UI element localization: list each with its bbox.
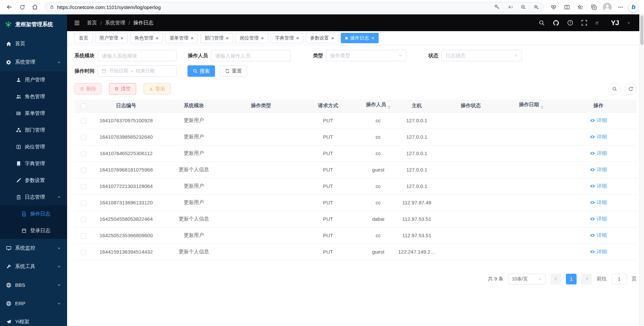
detail-link[interactable]: 详细 — [590, 232, 607, 239]
detail-link[interactable]: 详细 — [590, 167, 607, 173]
sidebar-item-tools[interactable]: 系统工具 — [0, 257, 67, 276]
help-icon[interactable]: ? — [567, 20, 573, 26]
tab-close-icon[interactable]: × — [226, 36, 229, 41]
tab[interactable]: 字典管理 × — [271, 33, 304, 43]
tab[interactable]: 用户管理 × — [95, 33, 128, 43]
sidebar-item-dictionary[interactable]: 字典管理 — [0, 155, 67, 172]
goto-page-input[interactable] — [611, 274, 627, 284]
tab[interactable]: 参数设置 × — [306, 33, 339, 43]
page-size-select[interactable]: 10条/页 — [508, 274, 546, 284]
type-select[interactable]: 操作类型 — [326, 50, 407, 61]
row-checkbox[interactable] — [81, 217, 86, 222]
fullscreen-icon[interactable] — [581, 20, 587, 26]
browser-home-button[interactable] — [29, 1, 41, 13]
select-all-checkbox[interactable] — [81, 104, 86, 109]
sidebar-item-log-management[interactable]: 日志管理 — [0, 189, 67, 205]
tab[interactable]: 部门管理 × — [200, 33, 233, 43]
header-search-icon[interactable] — [539, 20, 545, 26]
tab-close-icon[interactable]: × — [120, 36, 123, 41]
address-bar[interactable]: https://ccnetcore.com:1101/system/log/op… — [45, 2, 544, 12]
page-number-current[interactable]: 1 — [566, 274, 577, 284]
chevron-down-icon[interactable] — [627, 21, 631, 25]
sort-carets-icon[interactable] — [541, 104, 543, 110]
col-operator-sortable[interactable]: 操作人员 — [362, 100, 394, 112]
sidebar-item-menus[interactable]: 菜单管理 — [0, 105, 67, 122]
collapse-menu-button[interactable] — [74, 20, 80, 26]
sidebar-item-parameters[interactable]: 参数设置 — [0, 172, 67, 189]
row-checkbox[interactable] — [81, 168, 86, 173]
tab-close-icon[interactable]: × — [191, 36, 194, 41]
browser-back-button[interactable] — [3, 1, 15, 13]
detail-link[interactable]: 详细 — [590, 216, 607, 222]
sidebar-item-home[interactable]: 首页 — [0, 35, 67, 53]
sidebar-item-erp[interactable]: ERP — [0, 294, 67, 313]
browser-refresh-button[interactable] — [16, 1, 28, 13]
module-input[interactable] — [98, 50, 176, 61]
detail-link[interactable]: 详细 — [590, 134, 607, 140]
sidebar-item-users[interactable]: 用户管理 — [0, 71, 67, 88]
detail-link[interactable]: 详细 — [590, 117, 607, 124]
delete-button[interactable]: 删除 — [74, 83, 102, 94]
row-checkbox[interactable] — [81, 151, 86, 156]
split-screen-icon[interactable] — [561, 1, 573, 13]
url-text[interactable]: https://ccnetcore.com:1101/system/log/op… — [57, 4, 489, 10]
read-aloud-icon[interactable]: A — [505, 3, 515, 12]
sidebar-item-login-log[interactable]: 登录日志 — [0, 222, 67, 239]
tab[interactable]: 岗位管理 × — [235, 33, 268, 43]
reset-button[interactable]: 重置 — [220, 65, 247, 77]
tab-close-icon[interactable]: × — [371, 36, 374, 41]
sidebar-item-departments[interactable]: 部门管理 — [0, 122, 67, 138]
scrollbar-thumb[interactable] — [640, 15, 643, 45]
tab-close-icon[interactable]: × — [261, 36, 264, 41]
row-checkbox[interactable] — [81, 233, 86, 239]
github-icon[interactable] — [553, 20, 559, 26]
export-button[interactable]: 导出 — [144, 83, 171, 94]
sidebar-item-operation-log[interactable]: 操作日志 — [0, 205, 67, 222]
operator-input[interactable] — [211, 50, 291, 61]
page-scrollbar[interactable] — [639, 14, 644, 326]
collections-icon[interactable] — [588, 1, 599, 13]
detail-link[interactable]: 详细 — [590, 183, 607, 189]
row-checkbox[interactable] — [81, 250, 86, 255]
refresh-table-button[interactable] — [625, 83, 637, 95]
sidebar-item-roles[interactable]: 角色管理 — [0, 88, 67, 105]
favorites-bar-icon[interactable] — [575, 1, 586, 13]
browser-more-icon[interactable] — [615, 1, 626, 13]
sidebar-item-monitoring[interactable]: 系统监控 — [0, 239, 67, 257]
breadcrumb-item[interactable]: 首页 — [87, 20, 97, 26]
sort-carets-icon[interactable] — [388, 104, 390, 110]
detail-link[interactable]: 详细 — [590, 249, 607, 255]
tab[interactable]: 菜单管理 × — [165, 33, 198, 43]
bing-discover-icon[interactable]: b — [628, 2, 639, 12]
toggle-search-button[interactable] — [608, 83, 621, 95]
sidebar-item-posts[interactable]: 岗位管理 — [0, 138, 67, 155]
tab-close-icon[interactable]: × — [296, 36, 299, 41]
search-button[interactable]: 搜索 — [187, 65, 215, 77]
row-checkbox[interactable] — [81, 200, 86, 206]
detail-link[interactable]: 详细 — [590, 150, 607, 156]
col-date-sortable[interactable]: 操作日期 — [502, 100, 560, 112]
tab-close-icon[interactable]: × — [156, 36, 159, 41]
detail-link[interactable]: 详细 — [590, 199, 607, 206]
tab[interactable]: 角色管理 × — [130, 33, 163, 43]
tab[interactable]: 操作日志 × — [341, 33, 379, 43]
password-key-icon[interactable] — [492, 3, 502, 12]
profile-avatar[interactable] — [601, 1, 613, 13]
clear-button[interactable]: 清空 — [109, 83, 136, 94]
sidebar-item-yi-framework[interactable]: Yi框架 — [0, 313, 67, 326]
row-checkbox[interactable] — [81, 184, 86, 189]
sidebar-item-bbs[interactable]: BBS — [0, 276, 67, 294]
row-checkbox[interactable] — [81, 135, 86, 140]
status-select[interactable]: 日志状态 — [441, 50, 522, 61]
date-range-picker[interactable]: 开始日期 - 结束日期 — [98, 65, 176, 77]
font-size-icon[interactable]: tT — [595, 20, 603, 26]
zoom-out-icon[interactable] — [518, 3, 528, 12]
user-logo[interactable]: YJ — [611, 19, 619, 27]
row-checkbox[interactable] — [81, 118, 86, 124]
tab-close-icon[interactable]: × — [331, 36, 334, 41]
sidebar-item-system[interactable]: 系统管理 — [0, 53, 67, 71]
prev-page-button[interactable] — [550, 274, 561, 284]
tab[interactable]: 首页 — [74, 33, 93, 43]
breadcrumb-item[interactable]: 系统管理 — [105, 20, 125, 26]
next-page-button[interactable] — [581, 274, 592, 284]
